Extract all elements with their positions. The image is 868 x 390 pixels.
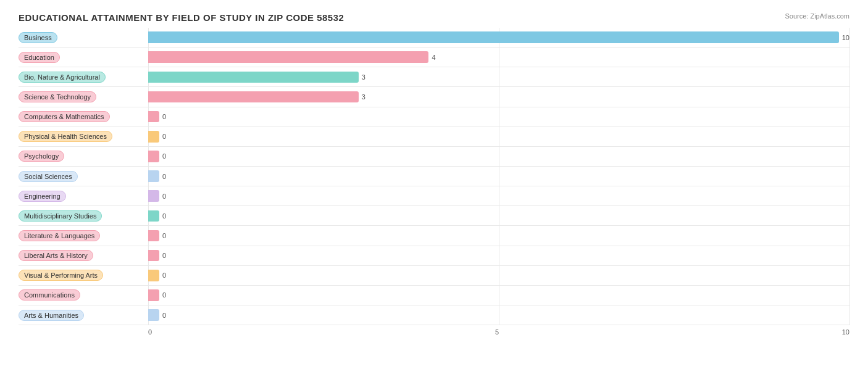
bar-fill-zero — [148, 289, 159, 301]
bar-value: 0 — [162, 272, 166, 279]
bar-row: Multidisciplinary Studies0 — [19, 206, 849, 226]
bar-track: 4 — [148, 48, 849, 67]
vgrid-10 — [849, 28, 850, 325]
bar-row: Communications0 — [19, 286, 849, 305]
bar-track: 0 — [148, 167, 849, 186]
label-pill: Business — [19, 32, 57, 43]
bar-fill — [148, 31, 839, 43]
bar-value: 0 — [162, 212, 166, 220]
bar-value: 3 — [362, 73, 365, 81]
bar-label: Education — [19, 52, 148, 63]
bar-fill-zero — [148, 111, 159, 123]
bar-track: 0 — [148, 286, 849, 305]
bar-value: 4 — [432, 54, 435, 61]
bar-label: Psychology — [19, 151, 148, 162]
bar-fill — [148, 91, 359, 103]
bar-value: 10 — [842, 34, 849, 41]
bar-row: Engineering0 — [19, 186, 849, 206]
bar-track: 0 — [148, 127, 849, 146]
bar-fill-zero — [148, 309, 159, 321]
bar-value: 0 — [162, 252, 166, 259]
bar-track: 0 — [148, 266, 849, 285]
label-pill: Engineering — [19, 191, 66, 202]
x-axis: 0 5 10 — [148, 325, 849, 344]
bar-track: 0 — [148, 246, 849, 265]
bar-fill-zero — [148, 230, 159, 242]
bar-label: Bio, Nature & Agricultural — [19, 72, 148, 83]
bar-label: Physical & Health Sciences — [19, 131, 148, 142]
bar-fill-zero — [148, 170, 159, 182]
bar-label: Business — [19, 32, 148, 43]
label-pill: Social Sciences — [19, 171, 78, 182]
bar-row: Business10 — [19, 28, 849, 48]
label-pill: Arts & Humanities — [19, 310, 84, 321]
bar-track: 10 — [148, 28, 849, 47]
bar-label: Literature & Languages — [19, 230, 148, 241]
bar-label: Computers & Mathematics — [19, 111, 148, 122]
x-tick-0: 0 — [148, 328, 152, 336]
bar-row: Social Sciences0 — [19, 167, 849, 186]
bar-fill-zero — [148, 270, 159, 281]
bar-value: 0 — [162, 113, 166, 120]
bar-row: Science & Technology3 — [19, 87, 849, 107]
bar-row: Visual & Performing Arts0 — [19, 266, 849, 286]
label-pill: Science & Technology — [19, 91, 96, 102]
bar-value: 0 — [162, 232, 166, 239]
bar-track: 0 — [148, 107, 849, 127]
bar-label: Visual & Performing Arts — [19, 270, 148, 281]
bar-value: 3 — [362, 93, 365, 101]
bars-section: Business10Education4Bio, Nature & Agricu… — [19, 28, 849, 325]
label-pill: Computers & Mathematics — [19, 111, 110, 122]
bar-row: Bio, Nature & Agricultural3 — [19, 67, 849, 87]
label-pill: Physical & Health Sciences — [19, 131, 112, 142]
bar-row: Arts & Humanities0 — [19, 305, 849, 325]
label-pill: Visual & Performing Arts — [19, 270, 103, 281]
x-tick-5: 5 — [495, 328, 499, 336]
chart-title: EDUCATIONAL ATTAINMENT BY FIELD OF STUDY… — [19, 12, 849, 23]
bar-fill-zero — [148, 250, 159, 262]
label-pill: Education — [19, 52, 60, 63]
bar-row: Literature & Languages0 — [19, 226, 849, 246]
chart-container: EDUCATIONAL ATTAINMENT BY FIELD OF STUDY… — [0, 0, 868, 390]
bar-value: 0 — [162, 193, 166, 200]
bar-label: Arts & Humanities — [19, 310, 148, 321]
bar-fill — [148, 51, 428, 63]
bar-value: 0 — [162, 133, 166, 140]
bar-track: 0 — [148, 206, 849, 225]
bar-label: Social Sciences — [19, 171, 148, 182]
bar-track: 0 — [148, 305, 849, 325]
bar-fill — [148, 72, 359, 83]
bar-track: 0 — [148, 226, 849, 245]
bar-track: 0 — [148, 147, 849, 166]
bar-value: 0 — [162, 173, 166, 180]
bar-row: Education4 — [19, 48, 849, 67]
bar-track: 0 — [148, 186, 849, 205]
bar-value: 0 — [162, 152, 166, 160]
source-text: Source: ZipAtlas.com — [785, 12, 849, 20]
bar-track: 3 — [148, 67, 849, 86]
bar-value: 0 — [162, 312, 166, 319]
bar-label: Communications — [19, 289, 148, 301]
bar-track: 3 — [148, 87, 849, 106]
bar-fill-zero — [148, 151, 159, 162]
bar-row: Computers & Mathematics0 — [19, 107, 849, 127]
label-pill: Communications — [19, 289, 80, 301]
bar-row: Physical & Health Sciences0 — [19, 127, 849, 147]
bar-label: Science & Technology — [19, 91, 148, 102]
bar-label: Liberal Arts & History — [19, 250, 148, 261]
bar-label: Engineering — [19, 191, 148, 202]
label-pill: Psychology — [19, 151, 64, 162]
bar-value: 0 — [162, 291, 166, 299]
bar-fill-zero — [148, 190, 159, 202]
label-pill: Liberal Arts & History — [19, 250, 93, 261]
chart-area: Business10Education4Bio, Nature & Agricu… — [19, 28, 849, 344]
bar-row: Psychology0 — [19, 147, 849, 167]
bar-fill-zero — [148, 131, 159, 143]
x-tick-10: 10 — [842, 328, 849, 336]
label-pill: Bio, Nature & Agricultural — [19, 72, 106, 83]
label-pill: Literature & Languages — [19, 230, 100, 241]
label-pill: Multidisciplinary Studies — [19, 210, 102, 222]
bar-row: Liberal Arts & History0 — [19, 246, 849, 266]
bar-label: Multidisciplinary Studies — [19, 210, 148, 222]
bar-fill-zero — [148, 210, 159, 222]
